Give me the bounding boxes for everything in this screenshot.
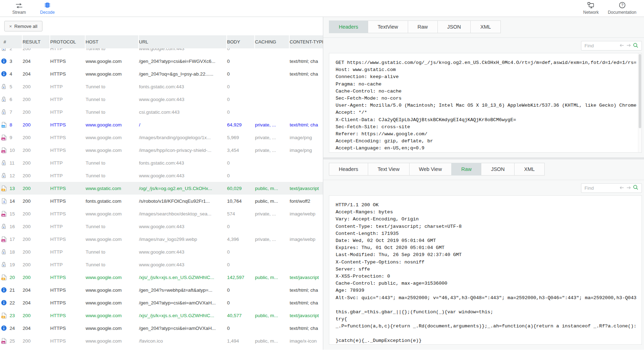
stream-button[interactable]: Stream — [5, 0, 33, 17]
result-cell: 200 — [23, 198, 50, 204]
session-row[interactable]: 22 204 HTTPS www.google.com /gen_204?aty… — [0, 296, 323, 309]
session-row[interactable]: 15 200 HTTPS www.google.com /images/sear… — [0, 207, 323, 220]
request-tab-json[interactable]: JSON — [437, 20, 471, 33]
response-tab-text-view[interactable]: Text View — [368, 163, 410, 176]
body-cell: 0 — [227, 48, 255, 51]
session-row[interactable]: 2 200 HTTP Tunnel to www.google.com:443 … — [0, 48, 323, 55]
session-row[interactable]: JS 23 200 HTTPS www.google.com /xjs/_/js… — [0, 309, 323, 322]
column-header-content-type[interactable]: CONTENT-TYPE — [290, 35, 323, 48]
result-cell: 204 — [23, 300, 50, 305]
response-tab-xml[interactable]: XML — [514, 163, 545, 176]
result-cell: 200 — [23, 338, 50, 344]
session-row[interactable]: 7 200 HTTP Tunnel to csi.gstatic.com:443… — [0, 106, 323, 118]
session-row[interactable]: 4 204 HTTPS www.google.com /gen_204?oq=&… — [0, 67, 323, 80]
request-find-input[interactable] — [585, 43, 619, 48]
stream-icon — [15, 2, 23, 8]
caching-cell: private, ... — [255, 122, 290, 127]
column-header-host[interactable]: HOST — [86, 35, 139, 48]
session-row[interactable]: 17 200 HTTPS www.google.com /images/nav_… — [0, 233, 323, 245]
column-header-protocol[interactable]: PROTOCOL — [50, 35, 86, 48]
session-table-body[interactable]: 2 200 HTTP Tunnel to www.google.com:443 … — [0, 48, 323, 350]
request-find-next-button[interactable] — [625, 43, 632, 48]
url-cell: /xjs/_/js/k=xjs.s.en_US.GZWHhIC... — [139, 275, 227, 280]
protocol-cell: HTTPS — [50, 122, 86, 127]
host-cell: www.google.com — [86, 300, 139, 305]
column-header-result[interactable]: RESULT — [23, 35, 50, 48]
host-cell: Tunnel to — [86, 173, 139, 178]
session-row[interactable]: 24 204 HTTPS www.google.com /gen_204?aty… — [0, 322, 323, 334]
url-cell: /gen_204?oq=&gs_l=psy-ab.22...... — [139, 71, 227, 77]
session-row[interactable]: 10 200 HTTPS www.google.com /images/hpp/… — [0, 144, 323, 156]
content-type-cell: text/html; cha — [290, 122, 323, 127]
body-cell: 0 — [227, 59, 255, 64]
documentation-button[interactable]: ? Documentation — [605, 0, 639, 17]
column-header-col[interactable]: # — [0, 35, 23, 48]
session-row[interactable]: 11 200 HTTP Tunnel to fonts.gstatic.com:… — [0, 156, 323, 169]
column-header-url[interactable]: URL — [139, 35, 227, 48]
session-row[interactable]: JS 13 200 HTTPS www.gstatic.com /og/_/js… — [0, 182, 323, 195]
response-find-search-button[interactable] — [632, 185, 639, 191]
session-row[interactable]: 25 200 HTTPS www.google.com /favicon.ico… — [0, 334, 323, 347]
code-line: Last-Modified: Thu, 26 Sep 2019 02:37:40… — [336, 251, 637, 259]
session-row[interactable]: JS 20 200 HTTPS www.google.com /xjs/_/js… — [0, 271, 323, 284]
response-tab-headers[interactable]: Headers — [329, 163, 368, 176]
response-raw-text[interactable]: HTTP/1.1 200 OKAccept-Ranges: bytesVary:… — [329, 195, 642, 345]
result-cell: 200 — [23, 224, 50, 229]
session-row[interactable]: 19 200 HTTP Tunnel to www.google.com:443… — [0, 258, 323, 271]
session-row[interactable]: 5 200 HTTP Tunnel to fonts.gstatic.com:4… — [0, 80, 323, 93]
body-cell: 0 — [227, 71, 255, 77]
request-tab-textview[interactable]: TextView — [368, 20, 408, 33]
request-tab-headers[interactable]: Headers — [329, 20, 368, 33]
url-cell: /gen_204?s=webhp&t=aft&atyp=... — [139, 287, 227, 293]
request-find-prev-button[interactable] — [619, 43, 625, 48]
session-row[interactable]: 6 200 HTTP Tunnel to www.google.com:443 … — [0, 93, 323, 106]
code-line: User-Agent: Mozilla/5.0 (Macintosh; Inte… — [336, 102, 637, 109]
session-table-header: #RESULTPROTOCOLHOSTURLBODYCACHINGCONTENT… — [0, 35, 323, 48]
protocol-cell: HTTPS — [50, 198, 86, 204]
arrow-left-icon — [620, 43, 624, 48]
host-cell: www.google.com — [86, 338, 139, 344]
session-number: 8 — [10, 122, 12, 127]
session-row[interactable]: 9 200 HTTPS www.google.com /images/brand… — [0, 131, 323, 144]
request-scrollbar[interactable] — [638, 53, 642, 152]
code-line: Accept-Language: en-US,en;q=0.9 — [336, 145, 637, 152]
response-find-next-button[interactable] — [625, 185, 632, 191]
session-row[interactable]: A 14 200 HTTPS fonts.gstatic.com /s/robo… — [0, 195, 323, 207]
code-line: GET https://www.gstatic.com/og/_/js/k=og… — [336, 59, 637, 66]
session-row[interactable]: 12 200 HTTP Tunnel to www.google.com:443… — [0, 169, 323, 182]
session-row[interactable]: 18 200 HTTP Tunnel to www.google.com:443… — [0, 245, 323, 258]
request-tab-xml[interactable]: XML — [470, 20, 501, 33]
response-find-input[interactable] — [585, 185, 619, 191]
code-line: X-XSS-Protection: 0 — [336, 273, 637, 280]
request-find-search-button[interactable] — [632, 43, 639, 49]
host-cell: Tunnel to — [86, 97, 139, 102]
toolbar-left-group: Stream Decode — [5, 0, 62, 17]
request-headers-text[interactable]: GET https://www.gstatic.com/og/_/js/k=og… — [329, 53, 642, 153]
svg-text:JS: JS — [2, 278, 5, 280]
scrollbar-thumb[interactable] — [639, 54, 641, 128]
response-tab-web-view[interactable]: Web View — [409, 163, 452, 176]
image-file-icon — [1, 236, 7, 242]
body-cell: 5,969 — [227, 135, 255, 140]
body-cell: 142,597 — [227, 275, 255, 280]
session-row[interactable]: 16 200 HTTP Tunnel to www.google.com:443… — [0, 220, 323, 233]
session-row[interactable]: HTML 8 200 HTTPS www.google.com / 64,929… — [0, 118, 323, 131]
main-toolbar: Stream Decode — [0, 0, 644, 17]
url-cell: /s/roboto/v18/KFOlCnqEu92Fr1... — [139, 198, 227, 204]
result-cell: 200 — [23, 249, 50, 255]
response-tab-raw[interactable]: Raw — [451, 163, 481, 176]
column-header-caching[interactable]: CACHING — [255, 35, 290, 48]
column-header-body[interactable]: BODY — [227, 35, 255, 48]
request-tab-raw[interactable]: Raw — [408, 20, 438, 33]
decode-button[interactable]: Decode — [33, 0, 62, 17]
session-row[interactable]: 21 204 HTTPS www.google.com /gen_204?s=w… — [0, 284, 323, 296]
response-find-prev-button[interactable] — [619, 185, 625, 191]
response-tab-json[interactable]: JSON — [481, 163, 515, 176]
session-number: 17 — [10, 237, 15, 242]
caching-cell: public, m... — [255, 186, 290, 191]
network-button[interactable]: Network — [577, 0, 605, 17]
result-cell: 204 — [23, 59, 50, 64]
session-row[interactable]: 3 204 HTTPS www.google.com /gen_204?atyp… — [0, 55, 323, 67]
remove-all-button[interactable]: × Remove all — [4, 21, 42, 31]
session-number: 9 — [10, 135, 12, 140]
